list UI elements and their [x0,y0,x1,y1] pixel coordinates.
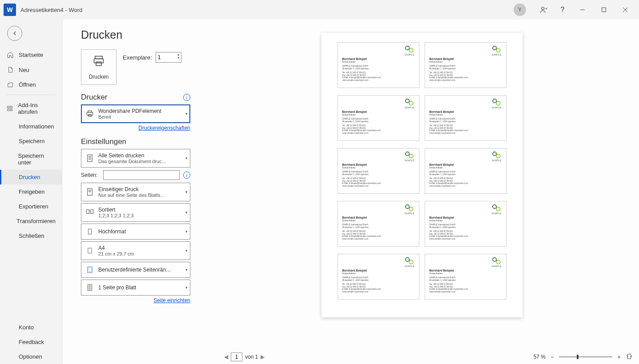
sample-logo: SAMPLE [404,98,415,111]
nav-share[interactable]: Freigeben [0,184,62,199]
new-icon [6,66,14,73]
nav-save[interactable]: Speichern [0,134,62,148]
svg-point-44 [496,154,500,158]
portrait-icon [84,226,96,237]
nav-home[interactable]: Startseite [0,47,62,62]
nav-label: Add-Ins abrufen [18,102,56,115]
nav-new[interactable]: Neu [0,62,62,77]
page-setup-link[interactable]: Seite einrichten [153,297,190,304]
printer-dropdown[interactable]: Wondershare PDFelement Bereit ▾ [81,104,190,123]
printer-device-icon [84,108,96,120]
paper-dropdown[interactable]: A4 21 cm x 29,7 cm ▾ [81,241,190,260]
nav-addins[interactable]: Add-Ins abrufen [0,98,62,119]
nav-transform[interactable]: Transformieren [0,214,62,228]
label-card: SAMPLEBernhard BeispielEinkaufsleiterSAM… [338,201,419,247]
orientation-dropdown[interactable]: Hochformat ▾ [81,224,190,240]
printer-heading: Drucker [81,93,108,102]
svg-rect-13 [88,111,92,112]
nav-close[interactable]: Schließen [0,228,62,243]
nav-label: Öffnen [19,81,36,88]
printer-info-icon[interactable]: i [183,94,190,101]
margins-dropdown[interactable]: Benutzerdefinierte Seitenrän… ▾ [81,262,190,278]
sample-logo: SAMPLE [491,204,502,216]
zoom-in-button[interactable]: + [616,353,622,360]
chevron-down-icon: ▾ [185,190,188,194]
sample-logo: SAMPLE [491,45,502,58]
close-button[interactable] [615,2,635,17]
svg-point-38 [409,101,413,105]
svg-point-49 [406,258,409,261]
maximize-button[interactable] [594,2,614,17]
svg-point-34 [409,48,413,52]
prev-page-button[interactable]: ◀ [224,354,228,360]
printer-name: Wondershare PDFelement [98,108,161,114]
copies-spinner[interactable]: ▲▼ [177,53,180,59]
label-card: SAMPLEBernhard BeispielEinkaufsleiterSAM… [425,95,506,141]
printer-properties-link[interactable]: Druckereigenschaften [138,125,190,131]
pages-info-icon[interactable]: i [183,172,190,179]
sample-logo: SAMPLE [404,151,415,164]
nav-saveas[interactable]: Speichern unter [0,148,62,170]
back-button[interactable] [7,26,22,41]
page-heading: Drucken [81,28,190,41]
svg-point-52 [496,260,500,264]
print-preview: SAMPLEBernhard BeispielEinkaufsleiterSAM… [205,20,639,364]
fit-to-window-button[interactable] [626,353,633,361]
nav-print[interactable]: Drucken [0,170,62,184]
chevron-down-icon: ▾ [185,210,188,215]
preview-page: SAMPLEBernhard BeispielEinkaufsleiterSAM… [322,33,522,317]
svg-point-48 [496,207,500,211]
svg-point-45 [406,205,409,208]
nav-open[interactable]: Öffnen [0,77,62,92]
svg-rect-8 [10,109,12,111]
svg-rect-5 [8,106,9,108]
label-card: SAMPLEBernhard BeispielEinkaufsleiterSAM… [338,254,419,300]
svg-rect-10 [94,59,104,63]
sample-logo: SAMPLE [404,257,415,269]
nav-label: Optionen [19,353,42,360]
svg-rect-24 [88,229,92,234]
pages-input[interactable] [103,170,180,180]
nav-label: Exportieren [19,203,48,210]
zoom-slider[interactable] [559,356,612,357]
nav-label: Konto [19,324,34,331]
svg-point-36 [496,48,500,52]
collate-dropdown[interactable]: Sortiert 1;2;3 1;2;3 1;2;3 ▾ [81,203,190,222]
settings-heading: Einstellungen [81,137,126,146]
nav-account[interactable]: Konto [0,320,62,335]
label-card: SAMPLEBernhard BeispielEinkaufsleiterSAM… [425,201,506,247]
nav-options[interactable]: Optionen [0,349,62,364]
svg-rect-19 [88,189,92,196]
nav-feedback[interactable]: Feedback [0,335,62,349]
svg-rect-53 [628,354,631,359]
current-page-input[interactable]: 1 [231,352,242,361]
nav-export[interactable]: Exportieren [0,199,62,214]
nav-label: Schließen [19,232,44,239]
label-card: SAMPLEBernhard BeispielEinkaufsleiterSAM… [425,148,506,194]
svg-point-43 [493,152,496,156]
printer-status: Bereit [98,114,161,120]
sides-dropdown[interactable]: Einseitiger Druck Nur auf eine Seite des… [81,183,190,201]
print-range-dropdown[interactable]: Alle Seiten drucken Das gesamte Dokument… [81,149,190,168]
label-card: SAMPLEBernhard BeispielEinkaufsleiterSAM… [338,148,419,194]
print-button[interactable]: Drucken [81,49,117,85]
svg-point-39 [493,99,496,103]
svg-rect-7 [8,109,9,111]
one-sided-icon [84,186,96,198]
help-icon[interactable]: ? [554,2,571,17]
nav-info[interactable]: Informationen [0,119,62,134]
zoom-out-button[interactable]: − [549,353,555,360]
svg-rect-15 [88,155,92,162]
user-avatar[interactable]: Y [514,4,526,16]
svg-point-0 [542,7,544,10]
svg-point-51 [493,258,496,261]
copies-label: Exemplare: [123,54,152,61]
svg-point-40 [496,101,500,105]
chevron-down-icon: ▾ [185,268,188,272]
label-card: SAMPLEBernhard BeispielEinkaufsleiterSAM… [425,42,506,88]
minimize-button[interactable] [572,2,593,17]
pages-per-sheet-dropdown[interactable]: 1 Seite pro Blatt ▾ [81,280,190,296]
coming-soon-icon[interactable] [535,2,553,17]
copies-input[interactable]: 1 ▲▼ [156,52,181,63]
next-page-button[interactable]: ▶ [261,354,265,360]
